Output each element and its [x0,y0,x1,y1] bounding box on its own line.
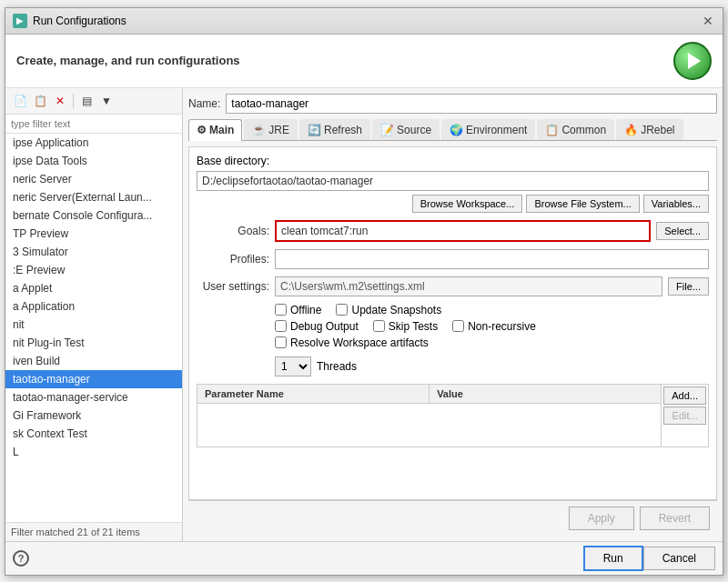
subtitle-text: Create, manage, and run configurations [16,54,240,67]
revert-button[interactable]: Revert [640,507,710,530]
action-buttons-bar: Apply Revert [188,500,717,536]
tab-refresh-label: Refresh [324,124,362,136]
user-settings-input[interactable] [275,276,662,296]
list-item[interactable]: bernate Console Configura... [5,206,182,225]
list-item[interactable]: neric Server(External Laun... [5,188,182,206]
tab-source[interactable]: 📝 Source [372,119,440,140]
copy-config-button[interactable]: 📋 [31,92,49,110]
parameter-table-container: Parameter Name Value Add... Edit... [197,384,709,447]
debug-output-checkbox-input[interactable] [275,320,287,332]
list-item[interactable]: Gi Framework [5,406,182,425]
new-config-button[interactable]: 📄 [11,92,29,110]
offline-label: Offline [290,304,321,316]
jre-tab-icon: ☕ [252,124,266,136]
collapse-button[interactable]: ▤ [77,92,96,110]
list-item[interactable]: neric Server [5,170,182,188]
title-bar-left: ▶ Run Configurations [13,14,126,28]
tab-common-label: Common [561,124,606,136]
skip-tests-checkbox[interactable]: Skip Tests [373,320,438,333]
title-bar: ▶ Run Configurations ✕ [5,8,723,35]
list-item[interactable]: taotao-manager-service [5,388,182,406]
run-icon-decoration [673,42,712,80]
apply-button[interactable]: Apply [569,507,634,530]
help-icon[interactable]: ? [13,550,29,567]
dialog-title: Run Configurations [33,15,126,27]
refresh-tab-icon: 🔄 [308,124,321,136]
non-recursive-checkbox-input[interactable] [452,320,464,332]
user-settings-file-button[interactable]: File... [668,277,709,296]
env-tab-icon: 🌍 [450,124,463,136]
table-side-buttons: Add... Edit... [661,385,708,447]
tab-main[interactable]: ⚙ Main [188,119,242,141]
main-content: 📄 📋 ✕ ▤ ▼ ipse Application ipse Data Too… [5,88,723,541]
update-snapshots-checkbox-input[interactable] [336,304,348,316]
goals-select-button[interactable]: Select... [656,222,709,240]
tab-environment[interactable]: 🌍 Environment [441,119,535,140]
offline-checkbox[interactable]: Offline [275,304,321,316]
dialog-icon: ▶ [13,14,27,28]
goals-row: Goals: Select... [197,220,709,242]
tab-bar: ⚙ Main ☕ JRE 🔄 Refresh 📝 Source 🌍 E [188,119,717,141]
list-item[interactable]: TP Preview [5,225,182,243]
table-add-button[interactable]: Add... [663,386,706,405]
tab-common[interactable]: 📋 Common [537,119,614,140]
selected-config-item[interactable]: taotao-manager [5,370,182,388]
skip-tests-checkbox-input[interactable] [373,320,385,332]
list-item[interactable]: ipse Data Tools [5,152,182,170]
footer-bar: ? Run Cancel [5,541,723,575]
tab-jre-label: JRE [268,124,289,136]
list-item[interactable]: a Applet [5,279,182,297]
left-toolbar: 📄 📋 ✕ ▤ ▼ [5,88,182,115]
browse-buttons-row: Browse Workspace... Browse File System..… [197,195,709,213]
resolve-workspace-checkbox[interactable]: Resolve Workspace artifacts [275,336,429,349]
filter-input[interactable] [5,115,182,134]
param-name-header: Parameter Name [197,385,430,403]
update-snapshots-checkbox[interactable]: Update Snapshots [336,304,441,316]
name-row: Name: [188,94,717,114]
checkboxes-row-3: Resolve Workspace artifacts [275,336,709,349]
common-tab-icon: 📋 [545,124,559,136]
form-area: Base directory: Browse Workspace... Brow… [188,146,717,500]
delete-config-button[interactable]: ✕ [51,92,69,110]
profiles-input[interactable] [275,249,709,269]
debug-output-checkbox[interactable]: Debug Output [275,320,359,333]
threads-label: Threads [317,360,357,373]
tab-jrebel-label: JRebel [641,124,674,136]
left-panel: 📄 📋 ✕ ▤ ▼ ipse Application ipse Data Too… [5,88,183,541]
base-directory-input[interactable] [197,171,709,191]
list-item[interactable]: a Application [5,297,182,316]
resolve-workspace-checkbox-input[interactable] [275,336,287,348]
threads-row: 1 2 4 Threads [275,356,709,376]
threads-select[interactable]: 1 2 4 [275,356,311,376]
name-input[interactable] [226,94,717,114]
variables-button[interactable]: Variables... [643,195,709,213]
tab-jre[interactable]: ☕ JRE [244,119,298,140]
list-item[interactable]: nit Plug-in Test [5,334,182,352]
tab-source-label: Source [397,124,431,136]
offline-checkbox-input[interactable] [275,304,287,316]
resolve-workspace-label: Resolve Workspace artifacts [290,336,429,349]
run-button[interactable]: Run [583,546,643,571]
filter-dropdown-button[interactable]: ▼ [97,92,116,110]
subtitle-bar: Create, manage, and run configurations [5,35,723,88]
browse-workspace-button[interactable]: Browse Workspace... [412,195,523,213]
list-item[interactable]: ipse Application [5,134,182,152]
list-item[interactable]: 3 Simulator [5,243,182,261]
tab-refresh[interactable]: 🔄 Refresh [299,119,370,140]
list-item[interactable]: L [5,443,182,461]
browse-file-system-button[interactable]: Browse File System... [526,195,639,213]
list-item[interactable]: iven Build [5,352,182,370]
cancel-button[interactable]: Cancel [643,547,715,570]
config-list: ipse Application ipse Data Tools neric S… [5,134,182,522]
list-item[interactable]: :E Preview [5,261,182,279]
list-item[interactable]: nit [5,316,182,334]
table-edit-button[interactable]: Edit... [663,406,706,425]
list-item[interactable]: sk Context Test [5,425,182,443]
jrebel-tab-icon: 🔥 [624,124,638,136]
param-value-header: Value [430,385,661,403]
close-button[interactable]: ✕ [701,14,715,28]
skip-tests-label: Skip Tests [389,320,438,333]
non-recursive-checkbox[interactable]: Non-recursive [452,320,536,333]
tab-jrebel[interactable]: 🔥 JRebel [616,119,682,140]
goals-input[interactable] [275,220,651,242]
